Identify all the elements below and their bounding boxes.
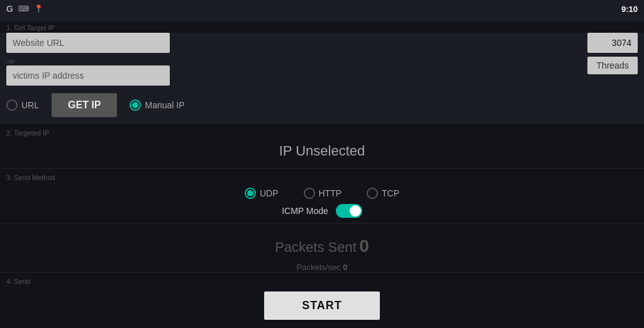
http-radio-label[interactable]: HTTP — [304, 188, 342, 199]
section1-label: 1. Get Target IP — [0, 21, 644, 33]
section-send-method: 3. Send Method UDP HTTP TCP ICMP Mode — [0, 169, 644, 223]
url-radio-text: URL — [21, 100, 39, 110]
section1-content-row: -or- Threads — [0, 33, 644, 89]
ip-status: IP Unselected — [0, 138, 644, 162]
icmp-row: ICMP Mode — [0, 204, 644, 218]
start-button[interactable]: START — [264, 291, 380, 320]
keyboard-icon: ⌨ — [18, 4, 29, 13]
toggle-knob — [350, 205, 361, 217]
section-get-target-ip: 1. Get Target IP -or- Threads URL GET IP… — [0, 18, 644, 124]
manual-ip-radio-label[interactable]: Manual IP — [130, 99, 184, 111]
section-targeted-ip: 2. Targeted IP IP Unselected — [0, 124, 644, 169]
section2-label: 2. Targeted IP — [0, 127, 644, 138]
section4-label: 4. Send — [0, 275, 644, 286]
google-icon: G — [6, 4, 13, 14]
packets-sent-label: Packets Sent — [275, 239, 357, 255]
or-divider: -or- — [6, 57, 562, 65]
packets-per-sec-row: Packets/sec 0 — [0, 263, 644, 272]
icmp-label: ICMP Mode — [282, 206, 328, 216]
victim-ip-input[interactable] — [6, 65, 170, 86]
http-radio-text: HTTP — [319, 188, 342, 198]
elapsed-label: Elapsed Time: — [0, 325, 644, 328]
radio-row: URL GET IP Manual IP — [0, 89, 644, 117]
section1-right: Threads — [569, 33, 644, 74]
section-send: 4. Send START Elapsed Time: — [0, 272, 644, 328]
port-input[interactable] — [587, 33, 638, 53]
packets-area: Packets Sent 0 — [0, 223, 644, 259]
tcp-radio-text: TCP — [382, 188, 399, 198]
status-bar-left: G ⌨ 📍 — [6, 4, 43, 14]
website-url-input[interactable] — [6, 33, 170, 53]
udp-radio-label[interactable]: UDP — [245, 188, 279, 199]
get-ip-button[interactable]: GET IP — [52, 93, 117, 117]
manual-ip-radio-circle[interactable] — [130, 99, 141, 111]
packets-sent-value: 0 — [359, 236, 369, 256]
http-radio-circle[interactable] — [304, 188, 315, 199]
icmp-toggle[interactable] — [336, 204, 362, 218]
threads-button[interactable]: Threads — [587, 57, 638, 74]
packets-per-sec-label: Packets/sec — [297, 263, 341, 272]
udp-radio-circle[interactable] — [245, 188, 256, 199]
section1-inputs: -or- — [0, 33, 569, 89]
manual-ip-radio-text: Manual IP — [145, 100, 184, 110]
packets-per-sec-value: 0 — [343, 263, 347, 272]
url-radio-circle[interactable] — [6, 99, 18, 111]
udp-radio-text: UDP — [260, 188, 279, 198]
send-method-row: UDP HTTP TCP — [0, 183, 644, 204]
location-icon: 📍 — [34, 4, 43, 13]
section3-label: 3. Send Method — [0, 171, 644, 183]
url-radio-label[interactable]: URL — [6, 99, 39, 111]
tcp-radio-circle[interactable] — [367, 188, 378, 199]
tcp-radio-label[interactable]: TCP — [367, 188, 399, 199]
status-bar: G ⌨ 📍 9:10 — [0, 0, 644, 18]
clock: 9:10 — [621, 4, 638, 14]
